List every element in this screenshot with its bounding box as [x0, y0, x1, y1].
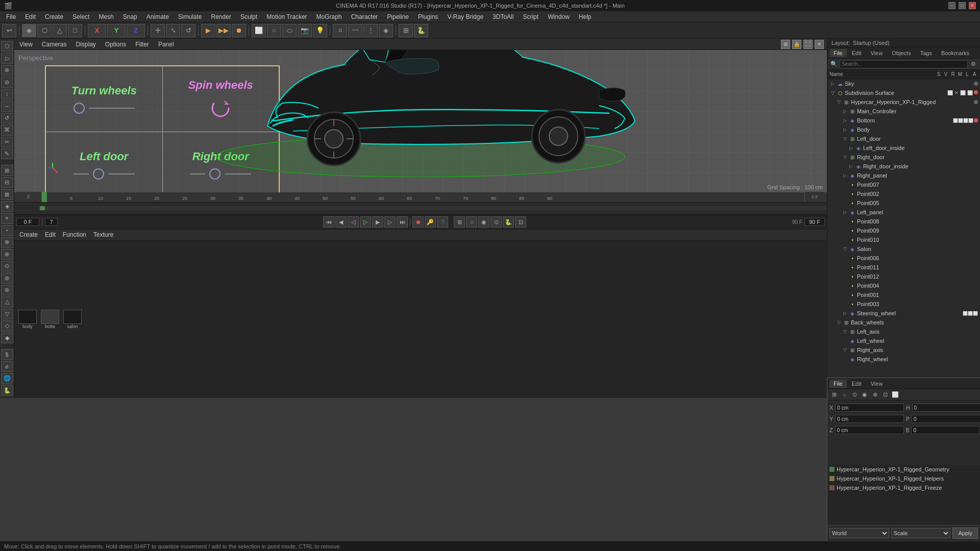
- left-tool-16[interactable]: ⋆: [1, 225, 13, 236]
- left-tool-14[interactable]: ◈: [1, 201, 13, 212]
- tree-steering-wheel[interactable]: ▷ ◈ Steering_wheel ⬜⬜⬜: [827, 309, 980, 318]
- close-button[interactable]: ✕: [969, 2, 976, 9]
- coords-tool-6[interactable]: ⊡: [880, 390, 890, 399]
- left-tool-10[interactable]: ✎: [1, 148, 13, 159]
- material-create-btn[interactable]: Create: [17, 230, 40, 239]
- menu-motion-tracker[interactable]: Motion Tracker: [262, 12, 311, 21]
- timeline-ruler[interactable]: F 0 5 10 15 20 25 30 35 40 45 50 55 60: [14, 192, 827, 203]
- tree-back-wheels[interactable]: ▽ ⊞ Back_wheels: [827, 318, 980, 327]
- play-reverse-button[interactable]: ◁: [348, 216, 359, 228]
- left-tool-6[interactable]: ↔: [1, 101, 13, 111]
- material-button[interactable]: ◈: [379, 24, 393, 37]
- bottom-obj-1[interactable]: Hypercar_Hyperion_XP-1_Rigged_Geometry: [827, 465, 980, 474]
- tree-point011[interactable]: • Point011: [827, 263, 980, 272]
- tree-left-panel[interactable]: ▷ ◈ Left_panel: [827, 208, 980, 217]
- y-pos-input[interactable]: [835, 415, 904, 423]
- timeline-tool-4[interactable]: ⊙: [491, 216, 502, 228]
- poly-mode-button[interactable]: □: [68, 24, 82, 37]
- menu-mograph[interactable]: MoGraph: [312, 12, 346, 21]
- menu-window[interactable]: Window: [544, 12, 574, 21]
- left-tool-5[interactable]: ↕: [1, 89, 13, 99]
- tree-right-door[interactable]: ▽ ⊞ Right_door: [827, 153, 980, 162]
- tree-point009[interactable]: • Point009: [827, 226, 980, 235]
- model-mode-button[interactable]: ◈: [22, 24, 36, 37]
- x-axis-button[interactable]: X: [88, 24, 106, 37]
- tree-body[interactable]: ▷ ◈ Body: [827, 125, 980, 134]
- viewport-menu-view[interactable]: View: [17, 40, 35, 49]
- y-axis-button[interactable]: Y: [107, 24, 126, 37]
- auto-key-button[interactable]: 🔑: [425, 216, 436, 228]
- timeline-tool-6[interactable]: ⊡: [515, 216, 526, 228]
- tree-sky[interactable]: ▷ ☁ Sky: [827, 79, 980, 88]
- left-tool-12[interactable]: ⊟: [1, 177, 13, 188]
- timeline-playhead[interactable]: [42, 192, 47, 202]
- menu-script[interactable]: Script: [519, 12, 543, 21]
- spline-button[interactable]: 〰: [348, 24, 362, 37]
- left-tool-22[interactable]: △: [1, 296, 13, 307]
- coords-tool-5[interactable]: ⊗: [870, 390, 879, 399]
- left-tool-17[interactable]: ⊗: [1, 237, 13, 247]
- play-forward-button[interactable]: ▶: [372, 216, 383, 228]
- left-tool-4[interactable]: ⊘: [1, 77, 13, 87]
- cylinder-button[interactable]: ⬭: [282, 24, 297, 37]
- next-frame-button[interactable]: ▷: [384, 216, 396, 228]
- left-tool-28[interactable]: 🌐: [1, 373, 13, 384]
- z-axis-button[interactable]: Z: [127, 24, 145, 37]
- menu-edit[interactable]: Edit: [21, 12, 40, 21]
- left-tool-13[interactable]: ⊠: [1, 189, 13, 199]
- om-tab-tags[interactable]: Tags: [916, 49, 936, 57]
- play-button[interactable]: ▷: [360, 216, 371, 228]
- om-tab-file[interactable]: File: [829, 49, 847, 57]
- menu-pipeline[interactable]: Pipeline: [383, 12, 413, 21]
- viewport-close-icon[interactable]: ✕: [815, 40, 824, 49]
- left-tool-9[interactable]: ✂: [1, 137, 13, 147]
- y-rot-input[interactable]: [912, 415, 980, 423]
- coords-tool-7[interactable]: ⬜: [891, 390, 900, 399]
- edge-mode-button[interactable]: △: [53, 24, 67, 37]
- x-rot-input[interactable]: [912, 404, 980, 412]
- rotate-tool-button[interactable]: ↺: [181, 24, 195, 37]
- record-button[interactable]: ⏺: [412, 216, 424, 228]
- help-button[interactable]: ?: [437, 216, 448, 228]
- material-edit-btn[interactable]: Edit: [43, 230, 58, 239]
- left-tool-21[interactable]: ⊛: [1, 285, 13, 295]
- tree-right-panel[interactable]: ▷ ◈ Right_panel: [827, 171, 980, 180]
- om-tab-objects[interactable]: Objects: [888, 49, 915, 57]
- menu-vray[interactable]: V-Ray Bridge: [443, 12, 487, 21]
- viewport-canvas[interactable]: Perspective Turn wheels Spin wheels: [14, 50, 827, 192]
- left-tool-18[interactable]: ⊕: [1, 249, 13, 260]
- material-body[interactable]: body: [18, 310, 37, 329]
- fps-input[interactable]: [45, 218, 58, 226]
- left-tool-8[interactable]: ⌘: [1, 124, 13, 135]
- move-tool-button[interactable]: ✛: [151, 24, 165, 37]
- goto-start-button[interactable]: ⏮: [323, 216, 334, 228]
- coords-tool-1[interactable]: ⊞: [829, 390, 839, 399]
- menu-file[interactable]: File: [2, 12, 20, 21]
- menu-animate[interactable]: Animate: [142, 12, 173, 21]
- z-pos-input[interactable]: [835, 426, 904, 434]
- timeline-tool-2[interactable]: ○: [466, 216, 477, 228]
- left-tool-24[interactable]: ◇: [1, 320, 13, 331]
- tree-point005[interactable]: • Point005: [827, 198, 980, 208]
- bottom-obj-2[interactable]: Hypercar_Hyperion_XP-1_Rigged_Helpers: [827, 474, 980, 483]
- left-tool-7[interactable]: ↺: [1, 113, 13, 123]
- material-bottle[interactable]: botte: [41, 310, 59, 329]
- coords-tool-2[interactable]: ○: [840, 390, 849, 399]
- timeline-bar[interactable]: [40, 206, 827, 210]
- x-pos-input[interactable]: [835, 404, 904, 412]
- om-tab-bookmarks[interactable]: Bookmarks: [937, 49, 973, 57]
- left-tool-11[interactable]: ⊞: [1, 165, 13, 176]
- tree-bottom[interactable]: ▷ ◈ Bottom ⬜⬜⬜⬜: [827, 116, 980, 125]
- coords-tool-3[interactable]: ⊙: [850, 390, 859, 399]
- om-search-input[interactable]: [840, 60, 968, 68]
- menu-sculpt[interactable]: Sculpt: [236, 12, 261, 21]
- om-tab-edit[interactable]: Edit: [848, 49, 866, 57]
- deformer-button[interactable]: ⌗: [333, 24, 347, 37]
- render-button[interactable]: ▶▶: [216, 24, 231, 37]
- tree-point008[interactable]: • Point008: [827, 217, 980, 226]
- timeline-tool-3[interactable]: ◉: [478, 216, 489, 228]
- viewport-menu-panel[interactable]: Panel: [156, 40, 176, 49]
- tree-point010[interactable]: • Point010: [827, 235, 980, 244]
- tree-right-door-inside[interactable]: ▷ ◈ Right_door_inside: [827, 162, 980, 171]
- attr-edit-tab[interactable]: Edit: [848, 380, 866, 388]
